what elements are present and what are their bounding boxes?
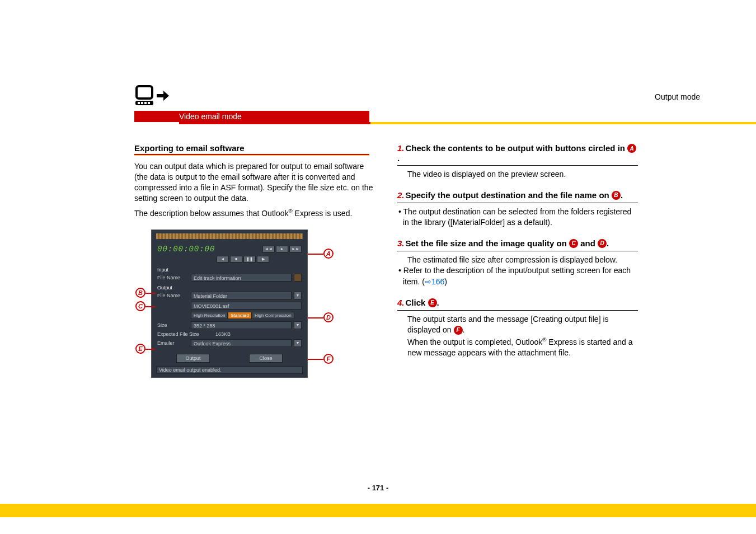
callout-d: D: [323, 312, 334, 322]
output-mode-label: Output mode: [655, 92, 700, 101]
inline-callout-d: D: [598, 239, 607, 248]
emailer-label: Emailer: [157, 340, 189, 346]
step-fwd-button[interactable]: ▶: [257, 256, 269, 263]
output-section-label: Output: [152, 283, 307, 291]
input-section-label: Input: [152, 265, 307, 273]
tab-standard[interactable]: Standard: [228, 312, 251, 319]
step3-text-mid: and: [578, 238, 598, 248]
svg-rect-3: [141, 102, 143, 104]
inline-callout-c: C: [569, 239, 578, 248]
step4-body1b: .: [463, 325, 465, 334]
para2-b: Express is used.: [293, 208, 353, 217]
step4-body2a: When the output is completed, Outlook: [407, 338, 542, 346]
paragraph-1: You can output data which is prepared fo…: [134, 161, 375, 204]
output-filename-label: File Name: [157, 293, 189, 298]
svg-rect-2: [138, 102, 140, 104]
step3-bullet-b: ): [444, 277, 447, 286]
step1-text-b: .: [397, 153, 400, 163]
step2-text-b: .: [621, 190, 623, 200]
bottom-bar: [0, 504, 756, 517]
device-output-icon: [134, 84, 169, 109]
step3-text-a: Set the file size and the image quality …: [406, 238, 570, 248]
size-label: Size: [157, 322, 189, 328]
inline-callout-b: B: [612, 191, 621, 200]
rewind-button[interactable]: ◄◄: [262, 246, 275, 252]
callout-c: C: [135, 301, 145, 311]
input-filename-field[interactable]: Edit track information: [191, 274, 292, 282]
step4-text-a: Click: [406, 298, 428, 307]
input-filename-label: File Name: [157, 275, 189, 280]
page-link-166[interactable]: 166: [431, 277, 444, 286]
callout-f: F: [323, 354, 334, 364]
step3-bullet: • Refer to the description of the input/…: [397, 265, 638, 287]
svg-rect-4: [144, 102, 147, 104]
step3-heading: 3.Set the file size and the image qualit…: [397, 238, 638, 249]
size-field[interactable]: 352 * 288: [191, 321, 292, 329]
transport-controls: ◄◄ ► ►►: [262, 246, 302, 252]
pause-button[interactable]: ❚❚: [243, 256, 256, 263]
tab-high-compression[interactable]: High Compression: [252, 312, 294, 319]
step4-heading: 4.Click E.: [397, 298, 638, 308]
expected-size-value: 163KB: [215, 331, 231, 337]
inline-callout-f: F: [454, 326, 463, 335]
page-number: - 171 -: [0, 484, 756, 492]
step4-text-b: .: [437, 298, 439, 307]
step3-num: 3.: [397, 238, 405, 248]
inline-callout-a: A: [627, 144, 636, 153]
dropdown-icon[interactable]: ▾: [294, 339, 302, 347]
step-back-button[interactable]: ◄: [217, 256, 229, 263]
dropdown-icon[interactable]: ▾: [294, 292, 302, 299]
screenshot-container: 00:00:00:00 ◄◄ ► ►► ◄ ■ ❚❚: [151, 229, 375, 378]
para2-a: The description below assumes that Outlo…: [134, 208, 288, 217]
step3-text-b: .: [607, 238, 609, 248]
step4-body1: The output starts and the message [Creat…: [397, 314, 638, 336]
step4-num: 4.: [397, 298, 405, 307]
step4-body1a: The output starts and the message [Creat…: [407, 315, 609, 335]
header-bar: Video email mode: [134, 111, 369, 122]
stop-button[interactable]: ■: [230, 256, 242, 263]
close-button[interactable]: Close: [249, 354, 283, 363]
step2-num: 2.: [397, 190, 405, 200]
callout-e: E: [135, 344, 145, 354]
paragraph-2: The description below assumes that Outlo…: [134, 207, 375, 219]
emailer-field[interactable]: Outlook Express: [191, 339, 292, 347]
step1-body: The video is displayed on the preview sc…: [397, 169, 638, 180]
link-arrow-icon: ⇨: [425, 277, 431, 286]
step1-heading: 1.Check the contents to be output with b…: [397, 143, 638, 163]
step2-bullet: • The output destination can be selected…: [397, 207, 638, 228]
fastfwd-button[interactable]: ►►: [289, 246, 302, 252]
output-folder-field[interactable]: Material Folder: [191, 292, 292, 299]
svg-rect-0: [137, 86, 152, 99]
output-button[interactable]: Output: [176, 354, 210, 363]
svg-rect-5: [148, 102, 150, 104]
inline-callout-e: E: [428, 298, 437, 307]
heading-rule: [134, 154, 369, 156]
folder-icon[interactable]: [294, 274, 302, 282]
tab-high-resolution[interactable]: High Resolution: [191, 312, 228, 319]
step2-text-a: Specify the output destination and the f…: [406, 190, 612, 200]
app-screenshot: 00:00:00:00 ◄◄ ► ►► ◄ ■ ❚❚: [151, 229, 308, 378]
play-button[interactable]: ►: [276, 246, 288, 252]
status-bar: Video email output enabled.: [156, 366, 303, 374]
timecode-display: 00:00:00:00: [157, 245, 215, 254]
step1-text-a: Check the contents to be output with but…: [406, 143, 628, 153]
film-strip-icon: [156, 233, 303, 239]
expected-size-label: Expected File Size: [157, 331, 213, 337]
step3-body1: The estimated file size after compressio…: [397, 255, 638, 266]
step1-num: 1.: [397, 143, 405, 153]
header-divider: [179, 122, 756, 124]
callout-b: B: [135, 288, 145, 298]
callout-a: A: [323, 249, 334, 259]
output-file-field[interactable]: MOVIE0001.asf: [191, 302, 302, 310]
dropdown-icon[interactable]: ▾: [294, 321, 302, 329]
step4-body2: When the output is completed, Outlook® E…: [397, 336, 638, 359]
step2-heading: 2.Specify the output destination and the…: [397, 190, 638, 200]
exporting-heading: Exporting to email software: [134, 143, 375, 153]
